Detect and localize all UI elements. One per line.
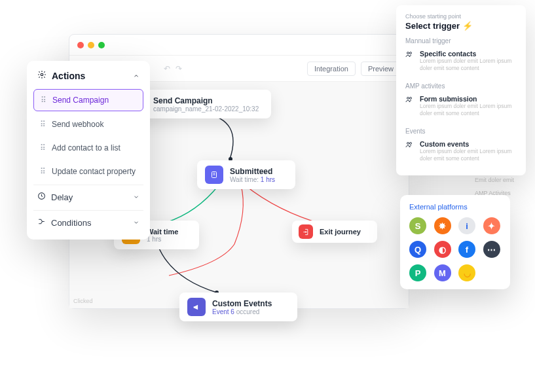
- section-label: Delay: [51, 192, 73, 202]
- trigger-group-events: Events: [405, 128, 517, 135]
- platform-sun-icon[interactable]: ✸: [434, 217, 451, 234]
- platform-m-logo-icon[interactable]: M: [434, 264, 451, 281]
- node-subtitle: 1 hrs: [147, 236, 179, 243]
- action-update-contact[interactable]: ⠿ Update contact property: [33, 161, 143, 182]
- node-submitted[interactable]: Submitteed Wait time: 1 hrs: [197, 160, 295, 189]
- trigger-item-title: Form submission: [420, 95, 517, 103]
- node-subtitle: Event 6 occured: [212, 308, 272, 315]
- bg-label-a: Emit doler emit: [475, 177, 514, 183]
- branch-icon: [37, 217, 46, 228]
- trigger-item-desc: Lorem ipsum doler emit Lorem ipsum doler…: [420, 148, 517, 162]
- node-title: Custom Evetnts: [212, 299, 272, 308]
- action-send-campaign[interactable]: ⠿ Send Campaign: [33, 89, 143, 111]
- platform-hubspot-icon[interactable]: ✦: [483, 217, 500, 234]
- trigger-group-manual: Mannual trigger: [405, 37, 517, 45]
- action-label: Update contact property: [52, 167, 136, 176]
- clock-icon: [37, 192, 46, 202]
- megaphone-icon: [187, 298, 206, 316]
- trigger-custom-events[interactable]: Custom eventsLorem ipsum doler emit Lore…: [405, 137, 517, 168]
- action-label: Send webhook: [52, 120, 103, 129]
- titlebar: [69, 35, 409, 56]
- redo-icon[interactable]: ↷: [175, 64, 182, 73]
- svg-point-8: [407, 52, 409, 54]
- preview-button[interactable]: Preview: [361, 62, 401, 76]
- gear-icon: [37, 70, 46, 81]
- trigger-specific-contacts[interactable]: Specific contactsLorem ipsum doler emit …: [405, 47, 517, 77]
- node-subtitle: campaign_name_21-02-2022_10:32: [153, 105, 259, 113]
- window-close-dot[interactable]: [77, 42, 84, 48]
- integration-button[interactable]: Integration: [307, 62, 356, 76]
- platform-smile-icon[interactable]: ◡: [458, 264, 475, 281]
- node-title: Submitteed: [230, 167, 275, 176]
- bolt-icon: ⚡: [462, 21, 473, 31]
- action-label: Send Campaign: [52, 96, 109, 105]
- svg-point-10: [407, 98, 409, 99]
- chevron-down-icon: [133, 218, 139, 228]
- chevron-down-icon: [133, 192, 139, 202]
- undo-icon[interactable]: ↶: [164, 64, 170, 73]
- section-conditions[interactable]: Conditions: [33, 210, 143, 233]
- actions-title: Actions: [52, 71, 85, 81]
- rail-text-clicked: Clicked: [73, 298, 93, 304]
- action-send-webhook[interactable]: ⠿ Send webhook: [33, 114, 143, 135]
- grip-icon: ⠿: [40, 143, 46, 152]
- platforms-panel: External platforms S✸i✦Q◐f⋯PM◡: [400, 195, 510, 289]
- trigger-item-desc: Lorem ipsum doler emit Lorem ipsum doler…: [420, 58, 517, 72]
- trigger-panel: Choose starting point Select trigger ⚡ M…: [396, 5, 526, 175]
- platform-quickbooks-icon[interactable]: Q: [409, 241, 426, 258]
- people-icon: [405, 50, 415, 72]
- trigger-item-title: Custom events: [420, 140, 517, 148]
- node-title: Send Campaign: [153, 96, 259, 105]
- trigger-eyebrow: Choose starting point: [405, 13, 517, 20]
- grip-icon: ⠿: [40, 120, 46, 129]
- trigger-title: Select trigger ⚡: [405, 21, 517, 31]
- svg-point-6: [41, 73, 43, 76]
- node-subtitle: Wait time: 1 hrs: [230, 176, 275, 183]
- actions-panel: Actions ⠿ Send Campaign ⠿ Send webhook ⠿…: [27, 61, 150, 240]
- window-min-dot[interactable]: [88, 42, 94, 48]
- platform-dots-icon[interactable]: ⋯: [483, 241, 500, 258]
- form-icon: [205, 166, 223, 184]
- section-delay[interactable]: Delay: [33, 185, 143, 207]
- grip-icon: ⠿: [41, 96, 47, 105]
- action-label: Add contact to a list: [52, 143, 120, 152]
- platforms-title: External platforms: [409, 203, 501, 211]
- svg-point-12: [407, 143, 409, 145]
- trigger-item-desc: Lorem ipsum doler emit Lorem ipsum doler…: [420, 103, 517, 117]
- platform-crescent-icon[interactable]: ◐: [434, 241, 451, 258]
- node-title: Wait time: [147, 228, 179, 236]
- exit-icon: [299, 224, 313, 239]
- platform-facebook-icon[interactable]: f: [458, 241, 475, 258]
- grip-icon: ⠿: [40, 167, 46, 176]
- people-icon: [405, 140, 415, 162]
- trigger-form-submission[interactable]: Form submissionLorem ipsum doler emit Lo…: [405, 92, 517, 122]
- platform-info-icon[interactable]: i: [458, 217, 475, 234]
- window-max-dot[interactable]: [98, 42, 105, 48]
- node-title: Exit journey: [320, 228, 361, 236]
- platform-pipedrive-icon[interactable]: P: [409, 264, 426, 281]
- trigger-group-amp: AMP activites: [405, 82, 517, 90]
- section-label: Conditions: [51, 218, 91, 228]
- action-add-contact[interactable]: ⠿ Add contact to a list: [33, 137, 143, 158]
- people-icon: [405, 95, 415, 117]
- platform-shopify-icon[interactable]: S: [409, 217, 426, 234]
- svg-point-13: [410, 143, 412, 145]
- chevron-up-icon[interactable]: [133, 71, 139, 81]
- trigger-item-title: Specific contacts: [420, 50, 517, 58]
- svg-point-9: [410, 52, 412, 54]
- node-custom-events[interactable]: Custom Evetnts Event 6 occured: [179, 293, 297, 321]
- node-exit-journey[interactable]: Exit journey: [292, 221, 377, 243]
- svg-point-11: [410, 98, 412, 99]
